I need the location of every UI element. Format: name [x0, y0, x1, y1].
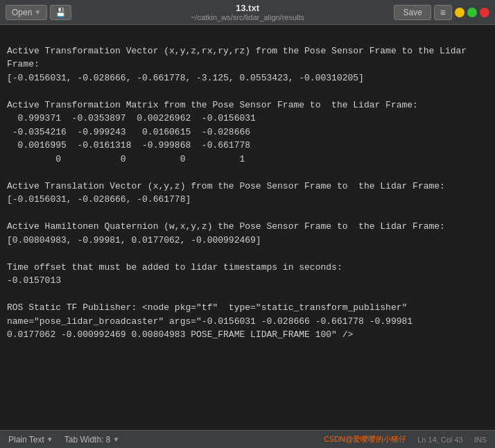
statusbar: Plain Text ▼ Tab Width: 8 ▼ CSDN@爱嘤嘤的小猪仔…	[0, 430, 495, 448]
cursor-position: Ln 14, Col 43	[417, 436, 462, 444]
save-icon-button[interactable]: 💾	[50, 5, 71, 20]
save-button[interactable]: Save	[394, 5, 431, 20]
titlebar-center: 13.txt ~/catkin_ws/src/lidar_align/resul…	[191, 3, 304, 21]
minimize-button[interactable]	[455, 8, 464, 17]
floppy-icon: 💾	[55, 8, 66, 17]
statusbar-right: CSDN@爱嘤嘤的小猪仔 Ln 14, Col 43 INS	[324, 434, 487, 445]
ins-indicator: INS	[474, 436, 487, 444]
tab-width-dropdown-arrow: ▼	[112, 436, 119, 443]
plain-text-label: Plain Text	[8, 435, 44, 445]
open-button[interactable]: Open ▼	[6, 5, 47, 20]
text-editor-content[interactable]: Active Transformation Vector (x,y,z,rx,r…	[0, 25, 495, 430]
titlebar-right: Save ≡	[394, 5, 489, 20]
titlebar-left: Open ▼ 💾	[6, 5, 71, 20]
close-button[interactable]	[480, 8, 489, 17]
titlebar: Open ▼ 💾 13.txt ~/catkin_ws/src/lidar_al…	[0, 0, 495, 25]
file-path: ~/catkin_ws/src/lidar_align/results	[191, 13, 304, 21]
editor-text: Active Transformation Vector (x,y,z,rx,r…	[7, 46, 472, 341]
open-dropdown-arrow: ▼	[34, 8, 41, 16]
plain-text-dropdown-arrow: ▼	[46, 436, 53, 443]
watermark: CSDN@爱嘤嘤的小猪仔	[324, 434, 406, 445]
tab-width-selector[interactable]: Tab Width: 8 ▼	[64, 435, 120, 445]
open-label: Open	[12, 8, 32, 17]
menu-button[interactable]: ≡	[434, 5, 452, 20]
plain-text-selector[interactable]: Plain Text ▼	[8, 435, 53, 445]
file-name: 13.txt	[191, 3, 304, 13]
statusbar-left: Plain Text ▼ Tab Width: 8 ▼	[8, 435, 119, 445]
maximize-button[interactable]	[467, 8, 477, 17]
tab-width-label: Tab Width: 8	[64, 435, 111, 445]
